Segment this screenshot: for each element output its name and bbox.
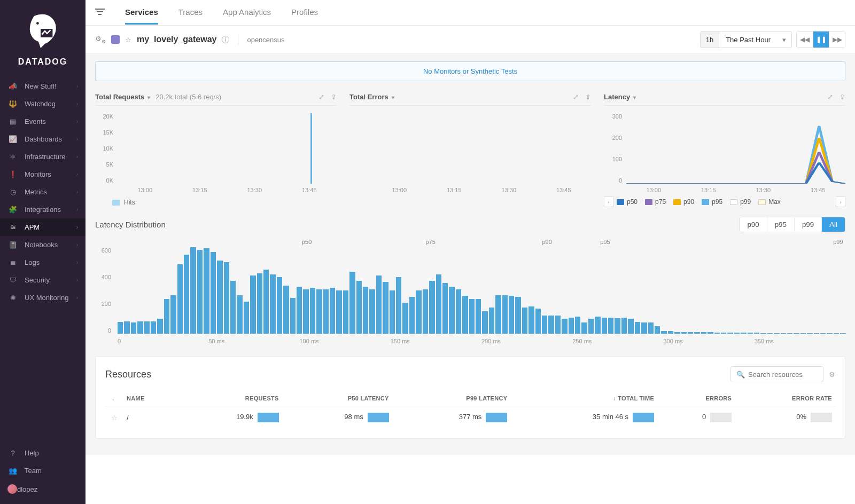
histogram-bar[interactable] <box>336 290 341 334</box>
histogram-bar[interactable] <box>741 333 746 334</box>
histogram-bar[interactable] <box>528 306 534 334</box>
export-icon[interactable]: ⇪ <box>840 93 845 101</box>
col-name[interactable]: NAME <box>123 391 176 406</box>
histogram-bar[interactable] <box>369 289 375 334</box>
col-error-rate[interactable]: ERROR RATE <box>735 391 835 406</box>
expand-icon[interactable]: ⤢ <box>827 93 833 101</box>
col-p99-latency[interactable]: P99 LATENCY <box>392 391 511 406</box>
star-icon[interactable]: ☆ <box>125 36 131 44</box>
tab-profiles[interactable]: Profiles <box>291 1 318 25</box>
histogram-bar[interactable] <box>263 270 269 334</box>
sidebar-item-metrics[interactable]: ◷Metrics› <box>0 183 86 201</box>
histogram-bar[interactable] <box>402 303 408 334</box>
filter-icon[interactable] <box>95 8 105 17</box>
histogram-bar[interactable] <box>834 333 839 334</box>
histogram-bar[interactable] <box>708 332 713 334</box>
histogram-bar[interactable] <box>595 317 600 334</box>
forward-button[interactable]: ▶▶ <box>829 32 845 48</box>
sidebar-item-new-stuff-[interactable]: 📣New Stuff!› <box>0 77 86 95</box>
histogram-bar[interactable] <box>131 322 136 334</box>
histogram-bar[interactable] <box>376 275 382 334</box>
histogram-bar[interactable] <box>548 316 554 334</box>
col-star[interactable]: ↓ <box>105 391 123 406</box>
histogram-bar[interactable] <box>721 333 726 334</box>
histogram-bar[interactable] <box>555 316 561 334</box>
histogram-bar[interactable] <box>476 299 481 334</box>
histogram-bar[interactable] <box>588 319 594 334</box>
histogram-bar[interactable] <box>581 322 587 334</box>
histogram-bar[interactable] <box>257 273 262 334</box>
histogram-bar[interactable] <box>814 333 819 334</box>
histogram-bar[interactable] <box>270 274 275 334</box>
histogram-bar[interactable] <box>343 290 348 334</box>
histogram-bar[interactable] <box>363 287 368 334</box>
histogram-bar[interactable] <box>668 331 673 334</box>
legend-next[interactable]: › <box>836 196 845 207</box>
histogram-bar[interactable] <box>356 281 362 334</box>
histogram-bar[interactable] <box>820 333 826 334</box>
histogram-bar[interactable] <box>390 290 395 334</box>
sidebar-item-apm[interactable]: ≋APM› <box>0 218 86 236</box>
histogram-bar[interactable] <box>151 321 156 334</box>
histogram-bar[interactable] <box>323 289 329 334</box>
histogram-bar[interactable] <box>290 298 296 334</box>
histogram-bar[interactable] <box>628 319 633 334</box>
sidebar-item-monitors[interactable]: ❗Monitors› <box>0 166 86 183</box>
info-icon[interactable]: i <box>222 36 229 43</box>
settings-icon[interactable]: ⚙︎⚙︎ <box>95 35 106 44</box>
histogram-bar[interactable] <box>237 295 242 334</box>
sidebar-item-infrastructure[interactable]: ⚛Infrastructure› <box>0 148 86 166</box>
histogram-bar[interactable] <box>794 333 799 334</box>
sidebar-item-team[interactable]: 👥Team <box>0 462 86 479</box>
histogram-bar[interactable] <box>608 318 613 334</box>
histogram-bar[interactable] <box>748 333 753 334</box>
sidebar-item-ux-monitoring[interactable]: ✺UX Monitoring› <box>0 289 86 306</box>
sidebar-item-logs[interactable]: ≣Logs› <box>0 254 86 271</box>
histogram-bar[interactable] <box>774 333 779 334</box>
chart-title[interactable]: Total Errors▾ <box>349 93 394 101</box>
histogram-bar[interactable] <box>661 331 666 334</box>
histogram-bar[interactable] <box>727 333 733 334</box>
histogram-bar[interactable] <box>502 295 508 334</box>
tab-traces[interactable]: Traces <box>178 1 203 25</box>
histogram-bar[interactable] <box>442 283 448 334</box>
histogram-bar[interactable] <box>681 332 687 334</box>
legend-prev[interactable]: ‹ <box>604 196 613 207</box>
sidebar-item-help[interactable]: ?Help <box>0 444 86 462</box>
histogram-bar[interactable] <box>436 274 441 334</box>
histogram-bar[interactable] <box>170 295 176 334</box>
sidebar-item-dashboards[interactable]: 📈Dashboards› <box>0 130 86 148</box>
histogram-bar[interactable] <box>330 288 335 334</box>
histogram-bar[interactable] <box>164 299 169 334</box>
histogram-bar[interactable] <box>383 282 388 334</box>
sidebar-item-events[interactable]: ▤Events› <box>0 113 86 130</box>
histogram-bar[interactable] <box>177 264 183 334</box>
histogram-bar[interactable] <box>781 333 786 334</box>
histogram-bar[interactable] <box>674 332 680 334</box>
histogram-bar[interactable] <box>244 302 249 334</box>
histogram-bar[interactable] <box>423 289 428 334</box>
histogram-bar[interactable] <box>409 297 415 334</box>
histogram-bar[interactable] <box>250 275 255 334</box>
histogram-bar[interactable] <box>456 289 461 334</box>
histogram-bar[interactable] <box>655 326 660 334</box>
histogram-bar[interactable] <box>754 333 759 334</box>
histogram-bar[interactable] <box>522 308 527 334</box>
histogram-bar[interactable] <box>575 317 580 334</box>
histogram-bar[interactable] <box>184 255 189 334</box>
histogram-bar[interactable] <box>827 333 832 334</box>
histogram-bar[interactable] <box>535 309 541 334</box>
tab-services[interactable]: Services <box>125 1 158 25</box>
legend-item-p95[interactable]: p95 <box>702 198 722 206</box>
sidebar-item-dlopez[interactable]: dlopez <box>0 479 86 499</box>
pct-button-p90[interactable]: p90 <box>740 217 766 232</box>
histogram-bar[interactable] <box>495 295 501 334</box>
legend-item-Max[interactable]: Max <box>758 198 781 206</box>
histogram-bar[interactable] <box>349 272 355 334</box>
histogram-bar[interactable] <box>224 262 229 334</box>
histogram-bar[interactable] <box>469 299 475 334</box>
histogram-bar[interactable] <box>807 333 812 334</box>
col-p50-latency[interactable]: P50 LATENCY <box>282 391 392 406</box>
service-color-chip[interactable] <box>111 35 120 44</box>
sidebar-item-integrations[interactable]: 🧩Integrations› <box>0 201 86 218</box>
